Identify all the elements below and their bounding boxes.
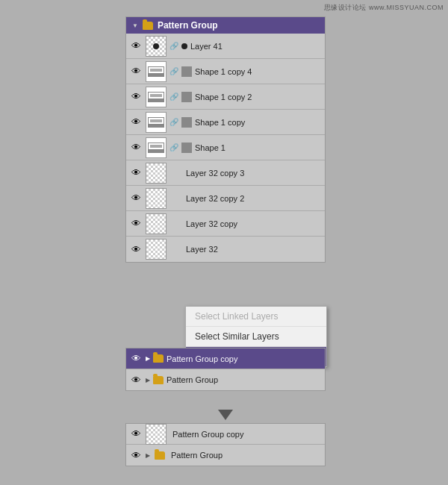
table-row[interactable]: 👁 🔗 Shape 1 copy 4: [126, 59, 325, 84]
panel-header: ▼ Pattern Group: [126, 17, 325, 34]
eye-icon: 👁: [131, 142, 141, 153]
layer-thumbnail: [146, 36, 167, 57]
layer-thumbnail: [146, 61, 167, 82]
chain-icon: 🔗: [169, 143, 178, 151]
table-row[interactable]: 👁 🔗 Shape 1: [126, 135, 325, 160]
shape-preview: [181, 143, 192, 153]
chain-icon: 🔗: [169, 42, 178, 50]
folder-icon: [143, 22, 153, 30]
visibility-toggle[interactable]: 👁: [129, 90, 143, 104]
table-row[interactable]: 👁 🔗 Shape 1 copy: [126, 110, 325, 135]
layer-name: Pattern Group copy: [167, 354, 322, 363]
table-row[interactable]: 👁 🔗 Layer 41: [126, 34, 325, 59]
visibility-toggle[interactable]: 👁: [129, 217, 143, 231]
table-row[interactable]: 👁 Layer 32 copy 3: [126, 160, 325, 186]
layer-thumbnail: [146, 137, 167, 158]
layer-thumbnail: [146, 213, 167, 234]
shape-preview: [181, 92, 192, 102]
table-row[interactable]: 👁 Layer 32: [126, 237, 325, 262]
eye-icon: 👁: [131, 40, 141, 51]
link-dot: [181, 43, 187, 49]
expand-arrow[interactable]: ▶: [146, 452, 150, 459]
layer-name: Shape 1 copy 2: [195, 93, 322, 101]
table-row[interactable]: 👁 ▶ Pattern Group copy: [126, 348, 325, 369]
chain-icon: 🔗: [169, 67, 178, 75]
eye-icon: 👁: [131, 116, 141, 128]
eye-icon: 👁: [131, 91, 141, 102]
collapse-arrow[interactable]: ▼: [132, 22, 138, 29]
layer-thumbnail: [146, 239, 167, 260]
svg-marker-1: [218, 393, 233, 420]
visibility-toggle[interactable]: 👁: [129, 352, 143, 366]
eye-icon: 👁: [131, 193, 141, 204]
layer-thumbnail: [146, 112, 167, 133]
chain-icon: 🔗: [169, 93, 178, 101]
eye-icon: 👁: [131, 450, 141, 461]
layer-name: Shape 1 copy 4: [195, 67, 322, 76]
table-row[interactable]: 👁 🔗 Shape 1 copy 2: [126, 84, 325, 110]
watermark: 思缘设计论坛 www.MISSYUAN.COM: [324, 3, 444, 13]
layer-name: Layer 41: [190, 42, 322, 51]
layer-thumbnail: [146, 424, 167, 445]
table-row[interactable]: 👁 ▶ Pattern Group: [126, 445, 325, 466]
table-row[interactable]: 👁 Layer 32 copy 2: [126, 186, 325, 211]
menu-item-select-similar[interactable]: Select Similar Layers: [186, 327, 326, 347]
visibility-toggle[interactable]: 👁: [129, 65, 143, 78]
chain-icon: 🔗: [169, 118, 178, 126]
result-panel: 👁 Pattern Group copy 👁 ▶ Pattern Group: [125, 423, 326, 466]
eye-icon: 👁: [131, 244, 141, 255]
layer-name: Pattern Group: [167, 375, 322, 384]
eye-icon: 👁: [131, 428, 141, 439]
arrow-svg: [214, 393, 237, 420]
down-arrow-2: [211, 393, 240, 420]
visibility-toggle[interactable]: 👁: [129, 428, 143, 441]
visibility-toggle[interactable]: 👁: [129, 448, 143, 462]
expand-arrow[interactable]: ▶: [146, 355, 150, 362]
visibility-toggle[interactable]: 👁: [129, 40, 143, 53]
layer-name: Layer 32: [186, 245, 322, 254]
eye-icon: 👁: [131, 353, 141, 364]
layer-thumbnail: [146, 87, 167, 107]
folder-icon: [153, 354, 164, 363]
layer-name: Layer 32 copy: [186, 219, 322, 228]
visibility-toggle[interactable]: 👁: [129, 242, 143, 256]
layer-name: Layer 32 copy 3: [186, 169, 322, 178]
expand-arrow[interactable]: ▶: [146, 377, 150, 384]
layer-thumbnail: [146, 188, 167, 209]
shape-preview: [181, 117, 192, 128]
layer-thumbnail: [146, 163, 167, 184]
table-row[interactable]: 👁 ▶ Pattern Group: [126, 369, 325, 390]
shape-preview: [181, 66, 192, 77]
layer-name: Layer 32 copy 2: [186, 194, 322, 203]
visibility-toggle[interactable]: 👁: [129, 373, 143, 387]
eye-icon: 👁: [131, 66, 141, 77]
folder-icon: [153, 376, 164, 384]
visibility-toggle[interactable]: 👁: [129, 141, 143, 154]
lower-layers-panel: 👁 ▶ Pattern Group copy 👁 ▶ Pattern Group: [125, 348, 326, 391]
layer-name: Pattern Group copy: [172, 430, 322, 439]
layer-name: Shape 1: [195, 143, 322, 152]
visibility-toggle[interactable]: 👁: [129, 192, 143, 205]
visibility-toggle[interactable]: 👁: [129, 116, 143, 129]
eye-icon: 👁: [131, 218, 141, 229]
menu-item-select-linked[interactable]: Select Linked Layers: [186, 307, 326, 327]
visibility-toggle[interactable]: 👁: [129, 166, 143, 180]
table-row[interactable]: 👁 Layer 32 copy: [126, 211, 325, 237]
layer-name: Shape 1 copy: [195, 118, 322, 127]
eye-icon: 👁: [131, 167, 141, 178]
layer-name: Pattern Group: [171, 451, 322, 460]
eye-icon: 👁: [131, 375, 141, 386]
layers-panel: ▼ Pattern Group 👁 🔗 Layer 41 👁: [125, 16, 326, 263]
panel-title: Pattern Group: [158, 20, 218, 31]
table-row[interactable]: 👁 Pattern Group copy: [126, 424, 325, 445]
folder-icon: [155, 451, 165, 460]
